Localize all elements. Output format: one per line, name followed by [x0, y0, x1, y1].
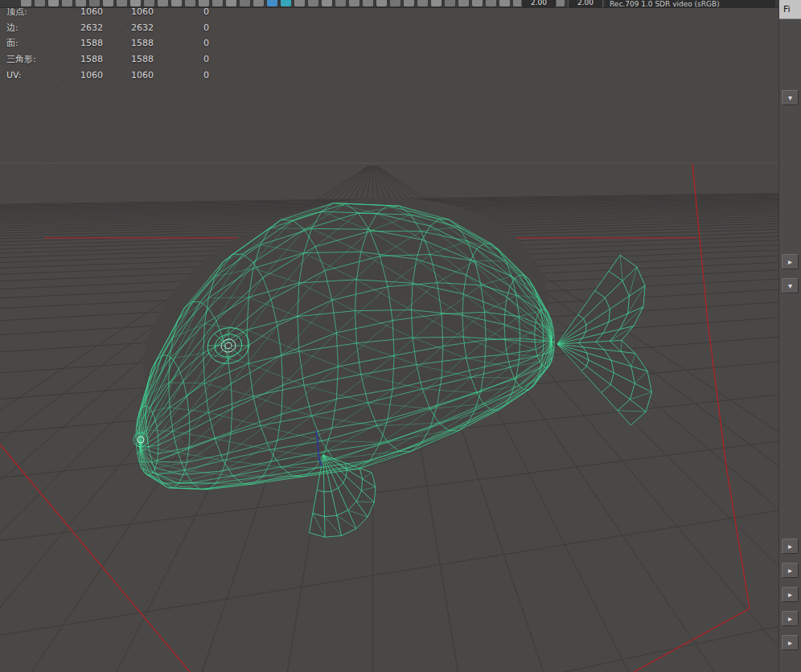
toolbar-icon[interactable] — [458, 0, 469, 6]
toolbar-icon[interactable] — [390, 0, 400, 6]
expander-collapsed-button[interactable]: ▸ — [782, 587, 799, 602]
toolbar-icon[interactable] — [472, 0, 483, 6]
hud-v1: 1060 — [77, 6, 103, 17]
toolbar-icon[interactable] — [253, 0, 264, 6]
toolbar-value-field-2[interactable]: 2.00 — [568, 0, 603, 8]
toolbar-icon[interactable] — [171, 0, 182, 6]
expander-collapsed-button[interactable]: ▸ — [782, 254, 799, 269]
expander-open-button[interactable]: ▾ — [782, 90, 799, 105]
expander-collapsed-button[interactable]: ▸ — [782, 539, 799, 554]
hud-v1: 1588 — [77, 38, 103, 48]
toolbar-icon[interactable] — [404, 0, 414, 6]
hud-label: UV: — [6, 70, 77, 80]
top-toolbar: 2.00 2.00 Rec.709 1.0 SDR video (sRGB) — [0, 0, 778, 8]
hud-v3: 0 — [154, 54, 209, 64]
hud-label: 面: — [6, 37, 77, 49]
application-window: 顶点:106010600边:263226320面:158815880三角形:15… — [0, 0, 801, 672]
hud-v2: 1588 — [103, 54, 154, 64]
expander-collapsed-button[interactable]: ▸ — [782, 611, 799, 626]
toolbar-icon[interactable] — [431, 0, 442, 6]
toolbar-icon[interactable] — [48, 0, 59, 6]
hud-v3: 0 — [154, 38, 209, 48]
toolbar-icon[interactable] — [294, 0, 305, 6]
toolbar-icon[interactable] — [185, 0, 195, 6]
toolbar-icon[interactable] — [89, 0, 100, 6]
hud-v2: 1588 — [103, 38, 154, 48]
toolbar-icon[interactable] — [21, 0, 31, 6]
toolbar-icon[interactable] — [226, 0, 236, 6]
hud-v1: 2632 — [77, 23, 103, 33]
toolbar-icon[interactable] — [212, 0, 223, 6]
expander-collapsed-button[interactable]: ▸ — [782, 635, 799, 650]
hud-row: UV:106010600 — [6, 67, 209, 83]
hud-v2: 1060 — [103, 70, 154, 80]
toolbar-icon[interactable] — [281, 0, 291, 6]
toolbar-icon[interactable] — [76, 0, 86, 6]
toolbar-icon[interactable] — [445, 0, 455, 6]
poly-count-hud: 顶点:106010600边:263226320面:158815880三角形:15… — [6, 4, 209, 83]
expander-collapsed-button[interactable]: ▸ — [782, 563, 799, 578]
right-panel-tab[interactable]: Fi — [779, 0, 801, 19]
hud-row: 面:158815880 — [6, 35, 209, 51]
hud-label: 边: — [6, 22, 77, 34]
toolbar-icon[interactable] — [267, 0, 277, 6]
toolbar-icon[interactable] — [144, 0, 154, 6]
toolbar-value-field-1[interactable]: 2.00 — [521, 0, 557, 8]
hud-row: 三角形:158815880 — [6, 51, 209, 68]
hud-v1: 1588 — [77, 54, 103, 64]
hud-v3: 0 — [154, 23, 209, 33]
hud-v2: 1060 — [103, 6, 154, 17]
toolbar-icon[interactable] — [117, 0, 127, 6]
toolbar-icon[interactable] — [62, 0, 72, 6]
hud-v3: 0 — [154, 6, 209, 17]
toolbar-icon[interactable] — [199, 0, 209, 6]
toolbar-icon[interactable] — [35, 0, 45, 6]
toolbar-icon[interactable] — [349, 0, 359, 6]
toolbar-icon[interactable] — [417, 0, 428, 6]
hud-v1: 1060 — [77, 70, 103, 80]
toolbar-icon[interactable] — [499, 0, 510, 6]
toolbar-icon[interactable] — [103, 0, 113, 6]
fish-body-fill — [113, 156, 652, 537]
toolbar-icon[interactable] — [335, 0, 346, 6]
toolbar-icon[interactable] — [376, 0, 387, 6]
toolbar-icon[interactable] — [322, 0, 332, 6]
toolbar-icon[interactable] — [158, 0, 168, 6]
hud-row: 边:263226320 — [6, 20, 209, 36]
viewport-3d[interactable] — [0, 0, 801, 672]
toolbar-icon[interactable] — [363, 0, 373, 6]
toolbar-icon[interactable] — [240, 0, 250, 6]
color-management-indicator[interactable]: Rec.709 1.0 SDR video (sRGB) — [605, 0, 775, 8]
toolbar-icon[interactable] — [130, 0, 141, 6]
hud-label: 三角形: — [6, 53, 77, 65]
right-panel-strip: Fi ▾▸▾▸▸▸▸▸ — [778, 0, 801, 672]
hud-v3: 0 — [154, 70, 209, 80]
expander-open-button[interactable]: ▾ — [782, 278, 799, 293]
toolbar-icon[interactable] — [486, 0, 496, 6]
toolbar-icon[interactable] — [308, 0, 318, 6]
hud-v2: 2632 — [103, 23, 154, 33]
